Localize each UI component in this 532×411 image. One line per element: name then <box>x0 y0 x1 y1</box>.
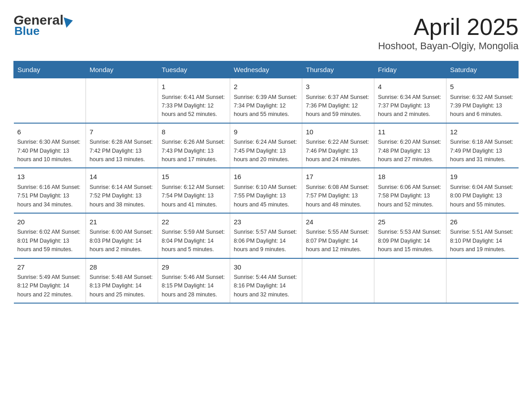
day-info: Sunrise: 5:44 AM Sunset: 8:16 PM Dayligh… <box>234 273 298 299</box>
day-number: 21 <box>90 217 154 227</box>
day-info: Sunrise: 5:53 AM Sunset: 8:09 PM Dayligh… <box>378 228 442 254</box>
day-number: 26 <box>450 217 515 227</box>
logo-blue: Blue <box>13 25 73 37</box>
day-info: Sunrise: 5:57 AM Sunset: 8:06 PM Dayligh… <box>234 228 298 254</box>
day-info: Sunrise: 6:10 AM Sunset: 7:55 PM Dayligh… <box>234 183 298 209</box>
day-number: 25 <box>378 217 442 227</box>
header-tuesday: Tuesday <box>158 61 230 78</box>
day-info: Sunrise: 6:37 AM Sunset: 7:36 PM Dayligh… <box>306 93 370 119</box>
header-saturday: Saturday <box>446 61 519 78</box>
day-number: 2 <box>234 82 298 92</box>
day-info: Sunrise: 6:34 AM Sunset: 7:37 PM Dayligh… <box>378 93 442 119</box>
calendar-cell: 8Sunrise: 6:26 AM Sunset: 7:43 PM Daylig… <box>158 123 230 168</box>
day-number: 10 <box>306 127 370 137</box>
calendar-title: April 2025 <box>378 13 519 40</box>
week-row-1: 1Sunrise: 6:41 AM Sunset: 7:33 PM Daylig… <box>14 78 519 123</box>
day-number: 4 <box>378 82 442 92</box>
day-number: 19 <box>450 172 515 182</box>
day-number: 15 <box>162 172 226 182</box>
calendar-cell: 15Sunrise: 6:12 AM Sunset: 7:54 PM Dayli… <box>158 168 230 213</box>
day-info: Sunrise: 6:30 AM Sunset: 7:40 PM Dayligh… <box>17 138 82 164</box>
day-number: 7 <box>90 127 154 137</box>
day-info: Sunrise: 6:24 AM Sunset: 7:45 PM Dayligh… <box>234 138 298 164</box>
day-info: Sunrise: 6:04 AM Sunset: 8:00 PM Dayligh… <box>450 183 515 209</box>
calendar-cell <box>86 78 158 123</box>
calendar-cell: 6Sunrise: 6:30 AM Sunset: 7:40 PM Daylig… <box>14 123 86 168</box>
calendar-cell: 16Sunrise: 6:10 AM Sunset: 7:55 PM Dayli… <box>230 168 302 213</box>
day-number: 14 <box>90 172 154 182</box>
calendar-cell: 17Sunrise: 6:08 AM Sunset: 7:57 PM Dayli… <box>302 168 374 213</box>
day-number: 23 <box>234 217 298 227</box>
day-info: Sunrise: 5:46 AM Sunset: 8:15 PM Dayligh… <box>162 273 226 299</box>
calendar-cell: 23Sunrise: 5:57 AM Sunset: 8:06 PM Dayli… <box>230 213 302 258</box>
day-info: Sunrise: 6:41 AM Sunset: 7:33 PM Dayligh… <box>162 93 226 119</box>
day-info: Sunrise: 6:22 AM Sunset: 7:46 PM Dayligh… <box>306 138 370 164</box>
day-info: Sunrise: 5:51 AM Sunset: 8:10 PM Dayligh… <box>450 228 515 254</box>
header-thursday: Thursday <box>302 61 374 78</box>
calendar-subtitle: Hoshoot, Bayan-Olgiy, Mongolia <box>378 40 519 52</box>
calendar-cell: 14Sunrise: 6:14 AM Sunset: 7:52 PM Dayli… <box>86 168 158 213</box>
calendar-cell: 24Sunrise: 5:55 AM Sunset: 8:07 PM Dayli… <box>302 213 374 258</box>
day-number: 9 <box>234 127 298 137</box>
calendar-cell: 19Sunrise: 6:04 AM Sunset: 8:00 PM Dayli… <box>446 168 519 213</box>
day-info: Sunrise: 6:39 AM Sunset: 7:34 PM Dayligh… <box>234 93 298 119</box>
day-info: Sunrise: 6:12 AM Sunset: 7:54 PM Dayligh… <box>162 183 226 209</box>
title-block: April 2025 Hoshoot, Bayan-Olgiy, Mongoli… <box>378 13 519 52</box>
calendar-cell: 25Sunrise: 5:53 AM Sunset: 8:09 PM Dayli… <box>374 213 446 258</box>
day-info: Sunrise: 5:55 AM Sunset: 8:07 PM Dayligh… <box>306 228 370 254</box>
calendar-cell: 27Sunrise: 5:49 AM Sunset: 8:12 PM Dayli… <box>14 258 86 304</box>
day-info: Sunrise: 6:08 AM Sunset: 7:57 PM Dayligh… <box>306 183 370 209</box>
header-monday: Monday <box>86 61 158 78</box>
day-number: 12 <box>450 127 515 137</box>
calendar-cell <box>374 258 446 304</box>
day-info: Sunrise: 6:16 AM Sunset: 7:51 PM Dayligh… <box>17 183 82 209</box>
header-sunday: Sunday <box>14 61 86 78</box>
calendar-cell: 3Sunrise: 6:37 AM Sunset: 7:36 PM Daylig… <box>302 78 374 123</box>
day-info: Sunrise: 6:02 AM Sunset: 8:01 PM Dayligh… <box>17 228 82 254</box>
calendar-cell: 12Sunrise: 6:18 AM Sunset: 7:49 PM Dayli… <box>446 123 519 168</box>
calendar-cell: 4Sunrise: 6:34 AM Sunset: 7:37 PM Daylig… <box>374 78 446 123</box>
calendar-cell: 7Sunrise: 6:28 AM Sunset: 7:42 PM Daylig… <box>86 123 158 168</box>
calendar-cell: 2Sunrise: 6:39 AM Sunset: 7:34 PM Daylig… <box>230 78 302 123</box>
calendar-cell: 22Sunrise: 5:59 AM Sunset: 8:04 PM Dayli… <box>158 213 230 258</box>
day-info: Sunrise: 5:59 AM Sunset: 8:04 PM Dayligh… <box>162 228 226 254</box>
logo: G eneral Blue <box>13 13 73 37</box>
calendar-cell <box>14 78 86 123</box>
calendar-cell: 13Sunrise: 6:16 AM Sunset: 7:51 PM Dayli… <box>14 168 86 213</box>
calendar-cell: 9Sunrise: 6:24 AM Sunset: 7:45 PM Daylig… <box>230 123 302 168</box>
day-info: Sunrise: 6:18 AM Sunset: 7:49 PM Dayligh… <box>450 138 515 164</box>
day-number: 6 <box>17 127 82 137</box>
day-info: Sunrise: 6:06 AM Sunset: 7:58 PM Dayligh… <box>378 183 442 209</box>
day-info: Sunrise: 5:49 AM Sunset: 8:12 PM Dayligh… <box>17 273 82 299</box>
calendar-cell: 18Sunrise: 6:06 AM Sunset: 7:58 PM Dayli… <box>374 168 446 213</box>
day-info: Sunrise: 6:28 AM Sunset: 7:42 PM Dayligh… <box>90 138 154 164</box>
day-number: 16 <box>234 172 298 182</box>
week-row-2: 6Sunrise: 6:30 AM Sunset: 7:40 PM Daylig… <box>14 123 519 168</box>
day-number: 1 <box>162 82 226 92</box>
calendar-cell: 21Sunrise: 6:00 AM Sunset: 8:03 PM Dayli… <box>86 213 158 258</box>
day-info: Sunrise: 5:48 AM Sunset: 8:13 PM Dayligh… <box>90 273 154 299</box>
week-row-4: 20Sunrise: 6:02 AM Sunset: 8:01 PM Dayli… <box>14 213 519 258</box>
calendar-cell: 5Sunrise: 6:32 AM Sunset: 7:39 PM Daylig… <box>446 78 519 123</box>
week-row-3: 13Sunrise: 6:16 AM Sunset: 7:51 PM Dayli… <box>14 168 519 213</box>
day-number: 20 <box>17 217 82 227</box>
day-number: 5 <box>450 82 515 92</box>
calendar-cell: 28Sunrise: 5:48 AM Sunset: 8:13 PM Dayli… <box>86 258 158 304</box>
page-header: G eneral Blue April 2025 Hoshoot, Bayan-… <box>13 13 519 52</box>
day-number: 3 <box>306 82 370 92</box>
calendar-cell <box>446 258 519 304</box>
day-info: Sunrise: 6:32 AM Sunset: 7:39 PM Dayligh… <box>450 93 515 119</box>
calendar-cell: 29Sunrise: 5:46 AM Sunset: 8:15 PM Dayli… <box>158 258 230 304</box>
header-wednesday: Wednesday <box>230 61 302 78</box>
day-info: Sunrise: 6:20 AM Sunset: 7:48 PM Dayligh… <box>378 138 442 164</box>
week-row-5: 27Sunrise: 5:49 AM Sunset: 8:12 PM Dayli… <box>14 258 519 304</box>
calendar-cell: 26Sunrise: 5:51 AM Sunset: 8:10 PM Dayli… <box>446 213 519 258</box>
day-number: 29 <box>162 262 226 273</box>
calendar-header-row: SundayMondayTuesdayWednesdayThursdayFrid… <box>14 61 519 78</box>
calendar-cell: 30Sunrise: 5:44 AM Sunset: 8:16 PM Dayli… <box>230 258 302 304</box>
calendar-cell: 20Sunrise: 6:02 AM Sunset: 8:01 PM Dayli… <box>14 213 86 258</box>
day-number: 8 <box>162 127 226 137</box>
day-info: Sunrise: 6:26 AM Sunset: 7:43 PM Dayligh… <box>162 138 226 164</box>
day-number: 22 <box>162 217 226 227</box>
calendar-cell <box>302 258 374 304</box>
